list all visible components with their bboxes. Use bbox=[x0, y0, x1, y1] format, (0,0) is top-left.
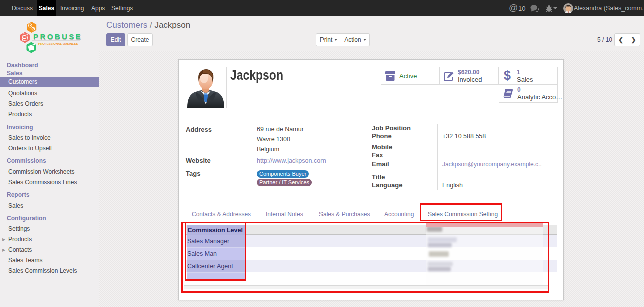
svg-text:PROFESSIONAL BUSINESS: PROFESSIONAL BUSINESS bbox=[38, 42, 78, 45]
svg-text:PROBUSE: PROBUSE bbox=[33, 32, 82, 41]
